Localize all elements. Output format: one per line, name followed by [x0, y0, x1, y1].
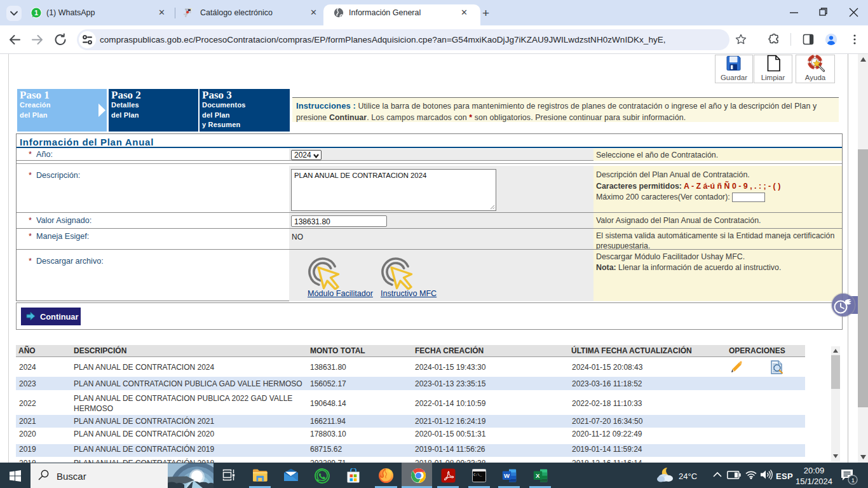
svg-text:1: 1	[34, 9, 38, 17]
svg-text:X: X	[536, 472, 540, 479]
svg-text:C:\_: C:\_	[473, 473, 482, 477]
svg-text:1: 1	[851, 477, 855, 484]
svg-text:W: W	[504, 472, 510, 479]
